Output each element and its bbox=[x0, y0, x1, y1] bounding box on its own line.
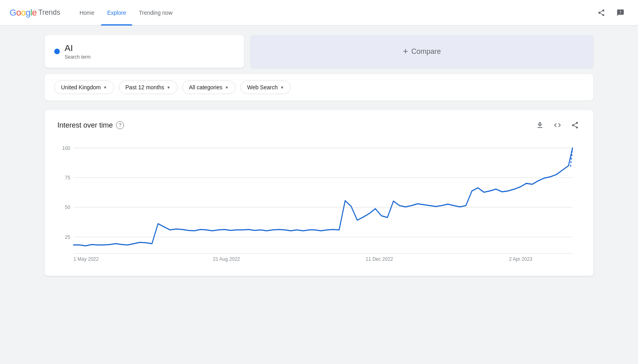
compare-plus-icon: + bbox=[403, 46, 408, 57]
filter-time[interactable]: Past 12 months ▼ bbox=[119, 81, 177, 94]
chart-share-button[interactable] bbox=[569, 120, 581, 131]
chart-container: 100 75 50 25 1 May 2022 21 Aug 2022 11 D… bbox=[57, 144, 581, 263]
trend-line bbox=[73, 148, 572, 246]
nav-trending[interactable]: Trending now bbox=[132, 0, 179, 26]
share-button[interactable] bbox=[593, 5, 609, 21]
filter-category-label: All categories bbox=[189, 84, 223, 91]
download-button[interactable] bbox=[534, 120, 545, 131]
chart-actions bbox=[534, 120, 581, 131]
svg-text:21 Aug 2022: 21 Aug 2022 bbox=[213, 256, 240, 262]
embed-icon bbox=[553, 121, 561, 129]
filter-category[interactable]: All categories ▼ bbox=[182, 81, 236, 94]
chart-title: Interest over time bbox=[57, 121, 113, 130]
filter-region[interactable]: United Kingdom ▼ bbox=[54, 81, 114, 94]
search-term-type: Search term bbox=[65, 54, 91, 60]
search-section: AI Search term + Compare bbox=[45, 35, 593, 68]
search-term-name: AI bbox=[65, 43, 91, 53]
svg-text:1 May 2022: 1 May 2022 bbox=[73, 256, 98, 262]
chevron-down-icon: ▼ bbox=[225, 85, 229, 90]
feedback-icon bbox=[616, 9, 624, 17]
svg-text:50: 50 bbox=[65, 204, 70, 211]
nav-explore[interactable]: Explore bbox=[101, 0, 132, 26]
chart-share-icon bbox=[571, 121, 579, 129]
filter-search-type[interactable]: Web Search ▼ bbox=[240, 81, 291, 94]
filter-search-type-label: Web Search bbox=[247, 84, 278, 91]
chart-header: Interest over time ? bbox=[57, 120, 581, 131]
chevron-down-icon: ▼ bbox=[280, 85, 284, 90]
download-icon bbox=[536, 121, 544, 129]
chart-card: Interest over time ? bbox=[45, 110, 593, 276]
compare-card[interactable]: + Compare bbox=[250, 35, 593, 68]
embed-button[interactable] bbox=[552, 120, 563, 131]
trend-chart: 100 75 50 25 1 May 2022 21 Aug 2022 11 D… bbox=[57, 144, 581, 263]
filter-bar: United Kingdom ▼ Past 12 months ▼ All ca… bbox=[45, 74, 593, 100]
google-logo: Google bbox=[10, 8, 37, 18]
chevron-down-icon: ▼ bbox=[167, 85, 171, 90]
search-term-info: AI Search term bbox=[65, 43, 91, 60]
svg-text:2 Apr 2023: 2 Apr 2023 bbox=[509, 256, 532, 262]
feedback-button[interactable] bbox=[612, 5, 628, 21]
svg-text:25: 25 bbox=[65, 234, 70, 240]
help-icon[interactable]: ? bbox=[116, 121, 124, 129]
compare-label: Compare bbox=[411, 47, 441, 56]
chart-title-group: Interest over time ? bbox=[57, 121, 124, 130]
chevron-down-icon: ▼ bbox=[103, 85, 107, 90]
logo-container: Google Trends bbox=[10, 8, 60, 18]
svg-text:100: 100 bbox=[62, 145, 70, 151]
filter-time-label: Past 12 months bbox=[126, 84, 164, 91]
svg-text:11 Dec 2022: 11 Dec 2022 bbox=[366, 256, 393, 262]
share-icon bbox=[597, 9, 605, 17]
nav: Home Explore Trending now bbox=[73, 0, 179, 26]
header-actions bbox=[593, 5, 628, 21]
main-content: AI Search term + Compare United Kingdom … bbox=[32, 26, 606, 285]
header: Google Trends Home Explore Trending now bbox=[0, 0, 638, 26]
search-dot bbox=[54, 49, 60, 54]
trends-label: Trends bbox=[38, 8, 60, 17]
nav-home[interactable]: Home bbox=[73, 0, 100, 26]
filter-region-label: United Kingdom bbox=[61, 84, 101, 91]
svg-text:75: 75 bbox=[65, 174, 70, 181]
search-card: AI Search term bbox=[45, 35, 244, 68]
